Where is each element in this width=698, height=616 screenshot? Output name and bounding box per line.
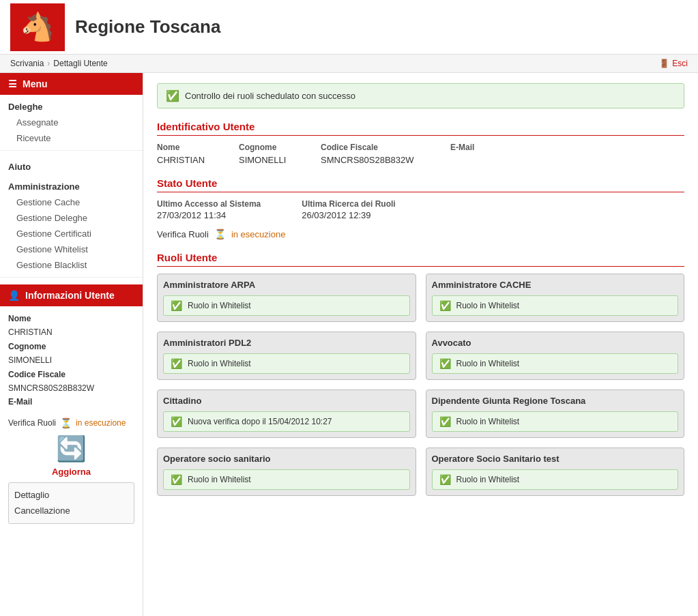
app-title: Regione Toscana <box>75 16 220 38</box>
ruolo-card-4: Cittadino ✅ Nuova verifica dopo il 15/04… <box>157 390 416 438</box>
breadcrumb-scrivania[interactable]: Scrivania <box>10 59 44 68</box>
ruolo-card-1: Amministratore CACHE ✅ Ruolo in Whitelis… <box>426 274 685 322</box>
ruolo-card-6: Operatore socio sanitario ✅ Ruolo in Whi… <box>157 448 416 496</box>
verifica-hourglass-icon: ⏳ <box>214 229 226 239</box>
stato-ricerca-col: Ultima Ricerca dei Ruoli 26/03/2012 12:3… <box>302 199 395 220</box>
ruolo-card-status-1: ✅ Ruolo in Whitelist <box>432 295 679 316</box>
ruolo-card-title-4: Cittadino <box>163 396 410 406</box>
verifica-ruoli-label: Verifica Ruoli <box>157 229 209 239</box>
ruolo-status-text-1: Ruolo in Whitelist <box>456 301 520 310</box>
stato-ricerca-value: 26/03/2012 12:39 <box>302 210 370 220</box>
user-cf-value: SMNCRS80S28B832W <box>321 155 423 165</box>
breadcrumb: Scrivania › Dettagli Utente 🚪 Esci <box>0 55 698 73</box>
sidebar-divider-2 <box>0 277 143 278</box>
user-id-headers: Nome Cognome Codice Fiscale E-Mail <box>157 143 684 152</box>
verifica-ruoli-status: in esecuzione <box>231 229 286 239</box>
sidebar-section-amministrazione: Amministrazione <box>0 175 143 194</box>
main-content: ✅ Controllo dei ruoli schedulato con suc… <box>143 73 698 616</box>
sidebar-item-ricevute[interactable]: Ricevute <box>0 130 143 146</box>
col-email-header: E-Mail <box>450 143 505 152</box>
ruolo-status-text-3: Ruolo in Whitelist <box>456 359 520 368</box>
ruolo-ok-icon-7: ✅ <box>439 474 451 485</box>
ruolo-card-status-3: ✅ Ruolo in Whitelist <box>432 353 679 374</box>
breadcrumb-current: Dettagli Utente <box>53 59 107 68</box>
info-cf-value: SMNCRS80S28B832W <box>8 383 94 393</box>
info-cognome-value: SIMONELLI <box>8 355 52 365</box>
ruolo-ok-icon-5: ✅ <box>439 416 451 427</box>
ruolo-card-0: Amministratore ARPA ✅ Ruolo in Whitelist <box>157 274 416 322</box>
ruolo-ok-icon-4: ✅ <box>171 416 182 427</box>
sidebar-item-assegnate[interactable]: Assegnate <box>0 115 143 130</box>
menu-label: Menu <box>23 78 48 89</box>
ruolo-status-text-6: Ruolo in Whitelist <box>188 475 251 484</box>
ruolo-card-5: Dipendente Giunta Regione Toscana ✅ Ruol… <box>426 390 685 438</box>
ruolo-card-2: Amministratori PDL2 ✅ Ruolo in Whitelist <box>157 332 416 380</box>
user-icon: 👤 <box>8 290 20 301</box>
user-id-values: CHRISTIAN SIMONELLI SMNCRS80S28B832W <box>157 155 684 165</box>
ruoli-grid: Amministratore ARPA ✅ Ruolo in Whitelist… <box>157 274 684 496</box>
sidebar-item-gestione-blacklist[interactable]: Gestione Blacklist <box>0 257 143 273</box>
ruolo-card-title-6: Operatore socio sanitario <box>163 454 410 464</box>
sidebar-verifica-row: Verifica Ruoli ⏳ in esecuzione <box>0 415 143 431</box>
col-cognome-header: Cognome <box>239 143 293 152</box>
success-message: ✅ Controllo dei ruoli schedulato con suc… <box>157 83 684 108</box>
stato-ricerca-label: Ultima Ricerca dei Ruoli <box>302 199 395 209</box>
sidebar-item-gestione-cache[interactable]: Gestione Cache <box>0 194 143 210</box>
menu-header: ☰ Menu <box>0 73 143 95</box>
info-utente-label: Informazioni Utente <box>25 290 115 301</box>
ruolo-card-3: Avvocato ✅ Ruolo in Whitelist <box>426 332 685 380</box>
sidebar-bottom-links: Dettaglio Cancellazione <box>8 482 134 524</box>
ruolo-status-text-4: Nuova verifica dopo il 15/04/2012 10:27 <box>188 417 332 426</box>
ruolo-card-title-5: Dipendente Giunta Regione Toscana <box>432 396 679 406</box>
exit-button[interactable]: 🚪 Esci <box>659 59 688 68</box>
ruolo-status-text-7: Ruolo in Whitelist <box>456 475 520 484</box>
sidebar: ☰ Menu Deleghe Assegnate Ricevute Aiuto … <box>0 73 143 616</box>
col-nome-header: Nome <box>157 143 212 152</box>
ruolo-card-status-7: ✅ Ruolo in Whitelist <box>432 469 679 490</box>
stato-accesso-value: 27/03/2012 11:34 <box>157 210 226 220</box>
success-text: Controllo dei ruoli schedulato con succe… <box>185 91 355 101</box>
refresh-icon[interactable]: 🔄 <box>0 435 143 463</box>
ruoli-section: Ruoli Utente Amministratore ARPA ✅ Ruolo… <box>157 252 684 496</box>
breadcrumb-separator: › <box>47 59 50 68</box>
stato-row: Ultimo Accesso al Sistema 27/03/2012 11:… <box>157 199 684 220</box>
verifica-label: Verifica Ruoli <box>8 418 56 428</box>
logo-horse-icon: 🐴 <box>20 11 55 43</box>
ruolo-card-title-1: Amministratore CACHE <box>432 280 679 290</box>
success-checkmark-icon: ✅ <box>166 89 179 102</box>
verifica-status: in esecuzione <box>76 418 126 428</box>
info-cf-label: Codice Fiscale <box>8 370 66 379</box>
ruolo-card-status-5: ✅ Ruolo in Whitelist <box>432 411 679 432</box>
sidebar-divider-1 <box>0 150 143 151</box>
ruolo-card-title-3: Avvocato <box>432 338 679 348</box>
identificativo-title: Identificativo Utente <box>157 121 684 136</box>
ruolo-status-text-0: Ruolo in Whitelist <box>188 301 251 310</box>
ruolo-card-status-0: ✅ Ruolo in Whitelist <box>163 295 410 316</box>
info-email-label: E-Mail <box>8 397 32 407</box>
stato-title: Stato Utente <box>157 177 684 192</box>
ruolo-ok-icon-3: ✅ <box>439 358 451 369</box>
sidebar-item-gestione-certificati[interactable]: Gestione Certificati <box>0 226 143 241</box>
ruolo-ok-icon-1: ✅ <box>439 300 451 311</box>
sidebar-item-gestione-whitelist[interactable]: Gestione Whitelist <box>0 241 143 257</box>
sidebar-cancellazione-link[interactable]: Cancellazione <box>14 503 128 518</box>
info-cognome-label: Cognome <box>8 342 46 351</box>
aggiorna-button[interactable]: Aggiorna <box>0 467 143 477</box>
sidebar-dettaglio-link[interactable]: Dettaglio <box>14 487 128 503</box>
hourglass-icon: ⏳ <box>60 417 72 428</box>
user-email-value <box>450 155 505 165</box>
ruolo-ok-icon-6: ✅ <box>171 474 182 485</box>
sidebar-item-gestione-deleghe[interactable]: Gestione Deleghe <box>0 210 143 226</box>
sidebar-section-aiuto: Aiuto <box>0 155 143 175</box>
ruolo-card-7: Operatore Socio Sanitario test ✅ Ruolo i… <box>426 448 685 496</box>
ruolo-ok-icon-2: ✅ <box>171 358 182 369</box>
ruolo-card-title-7: Operatore Socio Sanitario test <box>432 454 679 464</box>
menu-icon: ☰ <box>8 78 17 89</box>
exit-door-icon: 🚪 <box>659 59 669 68</box>
main-layout: ☰ Menu Deleghe Assegnate Ricevute Aiuto … <box>0 73 698 616</box>
logo-box: 🐴 <box>10 3 65 51</box>
ruolo-card-status-4: ✅ Nuova verifica dopo il 15/04/2012 10:2… <box>163 411 410 432</box>
ruolo-status-text-5: Ruolo in Whitelist <box>456 417 520 426</box>
ruolo-card-status-6: ✅ Ruolo in Whitelist <box>163 469 410 490</box>
sidebar-section-deleghe: Deleghe <box>0 95 143 115</box>
